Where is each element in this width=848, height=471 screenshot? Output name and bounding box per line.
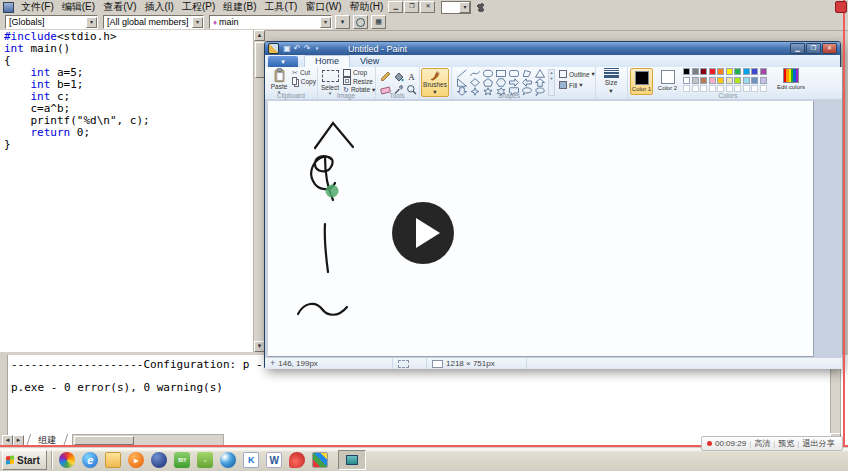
palette-swatch[interactable] bbox=[692, 77, 699, 84]
palette-swatch[interactable] bbox=[717, 68, 724, 75]
menu-item-7[interactable]: 工具(T) bbox=[261, 0, 302, 14]
undo-icon[interactable]: ↶ bbox=[292, 43, 302, 54]
code-editor[interactable]: #include<stdio.h>int main(){ int a=5; in… bbox=[0, 30, 264, 352]
cut-button[interactable]: ✂Cut bbox=[292, 69, 316, 77]
greenapp-icon[interactable]: ▫ bbox=[197, 452, 213, 468]
palette-swatch-empty[interactable] bbox=[709, 85, 716, 92]
doc-close-button[interactable]: ✕ bbox=[420, 1, 435, 13]
menu-item-1[interactable]: 文件(F) bbox=[17, 0, 58, 14]
player-icon[interactable]: ▸ bbox=[128, 452, 144, 468]
recorder-preview-button[interactable]: 预览 bbox=[778, 438, 794, 449]
brushes-button[interactable]: Brushes▾ bbox=[421, 68, 449, 97]
paint-titlebar[interactable]: ▣ ↶ ↷ ▾ Untitled - Paint ▁ ❐ ✕ bbox=[265, 42, 840, 55]
shape-rectangle-icon[interactable] bbox=[494, 69, 507, 78]
palette-swatch[interactable] bbox=[683, 68, 690, 75]
paintapp-icon[interactable] bbox=[312, 452, 328, 468]
palette-swatch[interactable] bbox=[709, 68, 716, 75]
palette-swatch[interactable] bbox=[734, 77, 741, 84]
shape-polygon-icon[interactable] bbox=[520, 69, 533, 78]
search-icon[interactable] bbox=[353, 15, 368, 29]
scroll-up-icon[interactable]: ▲ bbox=[254, 30, 265, 41]
sphere-icon[interactable] bbox=[220, 452, 236, 468]
wizard-bar-icon[interactable] bbox=[476, 3, 486, 12]
palette-swatch-empty[interactable] bbox=[743, 85, 750, 92]
outline-button[interactable]: Outline▾ bbox=[559, 70, 595, 78]
menu-item-2[interactable]: 编辑(E) bbox=[58, 0, 99, 14]
palette-swatch-empty[interactable] bbox=[760, 85, 767, 92]
qat-chevron-down-icon[interactable]: ▾ bbox=[312, 43, 322, 54]
palette-swatch[interactable] bbox=[743, 77, 750, 84]
palette-swatch-empty[interactable] bbox=[726, 85, 733, 92]
recorder-exit-share-button[interactable]: 退出分享 bbox=[802, 438, 834, 449]
palette-swatch[interactable] bbox=[760, 77, 767, 84]
redo-icon[interactable]: ↷ bbox=[302, 43, 312, 54]
copy-button[interactable]: Copy bbox=[292, 78, 316, 86]
shape-oval-icon[interactable] bbox=[481, 69, 494, 78]
palette-swatch-empty[interactable] bbox=[700, 85, 707, 92]
color2-button[interactable]: Color 2 bbox=[656, 68, 679, 95]
palette-swatch[interactable] bbox=[692, 68, 699, 75]
menu-item-9[interactable]: 帮助(H) bbox=[346, 0, 388, 14]
paint-canvas[interactable] bbox=[268, 101, 814, 357]
wizard-actions-button[interactable]: ▾ bbox=[335, 15, 350, 29]
compile-icon[interactable]: ▦ bbox=[371, 15, 386, 29]
recorder-quality-button[interactable]: 高清 bbox=[754, 438, 770, 449]
palette-swatch[interactable] bbox=[751, 77, 758, 84]
doc-restore-button[interactable]: ❐ bbox=[404, 1, 419, 13]
palette-swatch[interactable] bbox=[709, 77, 716, 84]
function-combo[interactable]: ♦ main ▾ bbox=[209, 15, 332, 29]
word-icon[interactable]: W bbox=[266, 452, 282, 468]
palette-swatch[interactable] bbox=[700, 68, 707, 75]
fill-bucket-icon[interactable] bbox=[391, 69, 405, 83]
menu-item-5[interactable]: 工程(P) bbox=[178, 0, 219, 14]
recorder-corner-icon[interactable] bbox=[835, 1, 847, 13]
start-button[interactable]: Start bbox=[2, 450, 47, 470]
text-tool-icon[interactable]: A bbox=[404, 69, 418, 83]
doc-minimize-button[interactable]: ▁ bbox=[388, 1, 403, 13]
palette-swatch[interactable] bbox=[726, 68, 733, 75]
shape-curve-icon[interactable] bbox=[468, 69, 481, 78]
members-combo[interactable]: [All global members] ▾ bbox=[103, 15, 204, 29]
edit-colors-button[interactable]: Edit colors bbox=[775, 68, 807, 91]
palette-swatch[interactable] bbox=[751, 68, 758, 75]
palette-swatch[interactable] bbox=[717, 77, 724, 84]
folder-icon[interactable] bbox=[105, 452, 121, 468]
shape-arrow-up-icon[interactable] bbox=[533, 78, 546, 87]
shape-arrow-right-icon[interactable] bbox=[507, 78, 520, 87]
shape-hexagon-icon[interactable] bbox=[494, 78, 507, 87]
minimize-button[interactable]: ▁ bbox=[790, 43, 805, 54]
shape-rounded-rectangle-icon[interactable] bbox=[507, 69, 520, 78]
globals-combo[interactable]: [Globals] ▾ bbox=[5, 15, 98, 29]
output-vscrollbar[interactable]: ▼ bbox=[830, 368, 841, 445]
palette-swatch[interactable] bbox=[734, 68, 741, 75]
palette-swatch-empty[interactable] bbox=[692, 85, 699, 92]
select-button[interactable]: Select▾ bbox=[319, 68, 341, 95]
active-task-button[interactable] bbox=[338, 450, 366, 470]
menu-item-3[interactable]: 查看(V) bbox=[99, 0, 140, 14]
kapp-icon[interactable]: K bbox=[243, 452, 259, 468]
shape-triangle-icon[interactable] bbox=[533, 69, 546, 78]
menubar-combo[interactable]: ▾ bbox=[441, 1, 471, 14]
shape-arrow-left-icon[interactable] bbox=[520, 78, 533, 87]
size-button[interactable]: Size▾ bbox=[598, 68, 624, 95]
kugou-icon[interactable] bbox=[289, 452, 305, 468]
palette-swatch[interactable] bbox=[683, 77, 690, 84]
video-play-button[interactable] bbox=[391, 201, 455, 265]
paint-file-button[interactable]: ▾ bbox=[268, 56, 298, 67]
shape-diamond-icon[interactable] bbox=[468, 78, 481, 87]
globe-icon[interactable] bbox=[151, 452, 167, 468]
save-icon[interactable]: ▣ bbox=[282, 43, 292, 54]
palette-swatch-empty[interactable] bbox=[717, 85, 724, 92]
color1-button[interactable]: Color 1 bbox=[630, 68, 653, 95]
palette-swatch-empty[interactable] bbox=[683, 85, 690, 92]
paste-button[interactable]: Paste▾ bbox=[268, 68, 290, 94]
tab-home[interactable]: Home bbox=[304, 55, 350, 67]
menu-item-8[interactable]: 窗口(W) bbox=[301, 0, 345, 14]
chevron-down-icon[interactable]: ▾ bbox=[192, 17, 203, 28]
menu-item-4[interactable]: 插入(I) bbox=[140, 0, 177, 14]
shape-pentagon-icon[interactable] bbox=[481, 78, 494, 87]
palette-swatch[interactable] bbox=[726, 77, 733, 84]
chevron-down-icon[interactable]: ▾ bbox=[459, 2, 470, 13]
crop-button[interactable]: Crop bbox=[343, 69, 373, 77]
flower-icon[interactable] bbox=[59, 452, 75, 468]
